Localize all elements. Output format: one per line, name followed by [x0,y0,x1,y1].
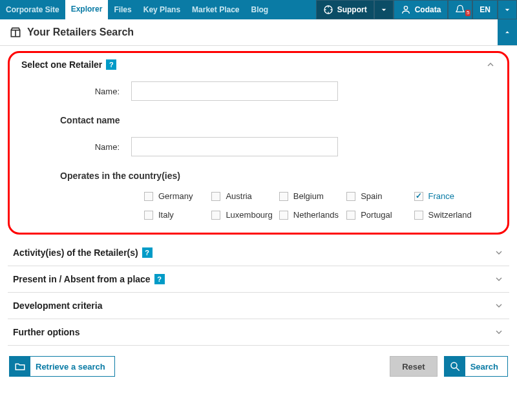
chevron-down-icon[interactable] [494,300,504,311]
support-dropdown[interactable] [374,0,394,19]
checkbox-icon [211,192,220,201]
notifications-button[interactable]: 5 [448,0,472,19]
checkbox-icon [279,192,288,201]
user-label: Codata [415,5,441,14]
checkbox-icon [144,211,153,220]
chevron-down-icon [502,5,512,15]
checkbox-icon [346,192,355,201]
reset-button[interactable]: Reset [390,356,437,377]
countries-grid: GermanyAustriaBelgiumSpainFranceItalyLux… [144,191,476,220]
country-checkbox-belgium[interactable]: Belgium [279,191,341,201]
headset-icon [323,5,333,15]
chevron-up-icon[interactable] [485,59,496,70]
search-label: Search [470,362,498,372]
chevron-down-icon [379,5,389,15]
svg-line-4 [456,368,459,371]
country-checkbox-portugal[interactable]: Portugal [346,210,408,220]
page-header: Your Retailers Search [0,19,517,46]
nav-market-place[interactable]: Market Place [186,0,245,19]
nav-corporate-site[interactable]: Corporate Site [0,0,65,19]
contact-name-row: Name: [21,137,496,156]
panel-title-activity: Activity(ies) of the Retailer(s) [13,247,138,258]
chevron-up-icon [503,28,512,37]
operates-title: Operates in the country(ies) [60,171,496,181]
retailer-name-input[interactable] [131,81,338,101]
support-button[interactable]: Support [316,0,374,19]
nav-right: Support Codata 5 EN [316,0,517,19]
nav-blog[interactable]: Blog [246,0,275,19]
contact-name-label: Name: [21,142,131,152]
country-checkbox-germany[interactable]: Germany [144,191,206,201]
panel-select-retailer: Select one Retailer ? Name: Contact name… [8,51,509,235]
panel-title-development: Development criteria [13,300,103,311]
country-checkbox-austria[interactable]: Austria [211,191,273,201]
retailer-icon [9,26,22,39]
panel-head-select-retailer[interactable]: Select one Retailer ? [21,59,496,70]
retrieve-label: Retrieve a search [36,362,105,372]
nav-left: Corporate Site Explorer Files Key Plans … [0,0,316,19]
country-label: Austria [226,191,251,201]
panel-further-options[interactable]: Further options [8,319,509,346]
nav-explorer[interactable]: Explorer [65,0,109,19]
nav-key-plans[interactable]: Key Plans [138,0,186,19]
checkbox-icon [211,211,220,220]
search-icon [449,361,461,372]
chevron-down-icon[interactable] [494,247,504,258]
svg-point-3 [451,362,457,368]
country-label: Germany [158,191,193,201]
retailer-name-label: Name: [21,87,131,96]
top-nav: Corporate Site Explorer Files Key Plans … [0,0,517,19]
chevron-down-icon[interactable] [494,274,504,284]
search-button[interactable]: Search [444,356,508,377]
country-checkbox-netherlands[interactable]: Netherlands [279,210,341,220]
country-label: Luxembourg [226,210,272,220]
lang-label: EN [480,5,491,14]
panel-title-select-retailer: Select one Retailer [21,59,102,70]
panel-title-further: Further options [13,327,79,337]
panel-activity[interactable]: Activity(ies) of the Retailer(s) ? [8,240,509,266]
country-label: France [428,191,454,201]
checkbox-icon [414,211,423,220]
reset-label: Reset [402,362,425,372]
checkbox-icon [414,192,423,201]
lang-dropdown[interactable] [498,0,517,19]
country-checkbox-france[interactable]: France [414,191,476,201]
country-checkbox-luxembourg[interactable]: Luxembourg [211,210,273,220]
collapse-all-button[interactable] [498,19,517,45]
user-icon [401,5,411,15]
help-icon[interactable]: ? [154,274,165,284]
country-label: Netherlands [293,210,339,220]
main-content: Select one Retailer ? Name: Contact name… [0,51,517,346]
panel-development[interactable]: Development criteria [8,293,509,319]
country-checkbox-switzerland[interactable]: Switzerland [414,210,476,220]
contact-name-input[interactable] [131,137,338,156]
retailer-name-row: Name: [21,81,496,101]
checkbox-icon [144,192,153,201]
svg-point-1 [404,6,407,10]
notification-count: 5 [465,10,470,16]
bell-icon [455,5,465,15]
footer: Retrieve a search Reset Search [0,346,517,388]
country-label: Italy [158,210,174,220]
checkbox-icon [279,211,288,220]
chevron-down-icon[interactable] [494,327,504,337]
country-label: Belgium [293,191,324,201]
country-checkbox-spain[interactable]: Spain [346,191,408,201]
help-icon[interactable]: ? [106,59,116,70]
country-label: Spain [361,191,382,201]
contact-name-title: Contact name [60,115,496,125]
lang-button[interactable]: EN [472,0,498,19]
page-title: Your Retailers Search [27,26,134,38]
retrieve-search-button[interactable]: Retrieve a search [9,356,115,377]
panel-title-present: Present in / Absent from a place [13,274,151,284]
help-icon[interactable]: ? [142,247,153,258]
country-label: Switzerland [428,210,472,220]
folder-icon [14,361,26,372]
user-button[interactable]: Codata [394,0,448,19]
country-checkbox-italy[interactable]: Italy [144,210,206,220]
country-label: Portugal [361,210,392,220]
checkbox-icon [346,211,355,220]
panel-present-absent[interactable]: Present in / Absent from a place ? [8,266,509,293]
nav-files[interactable]: Files [108,0,137,19]
support-label: Support [337,5,367,14]
